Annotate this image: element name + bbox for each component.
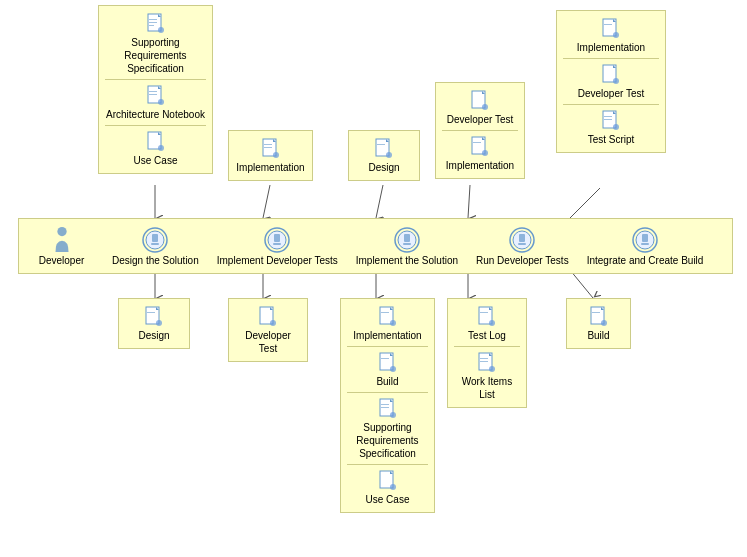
svg-point-28 <box>273 152 279 158</box>
supporting-req-spec-item: Supporting Requirements Specification <box>105 12 206 75</box>
svg-point-20 <box>158 99 164 105</box>
svg-point-76 <box>156 320 162 326</box>
svg-point-104 <box>489 366 495 372</box>
top-devtest-outer-label: Developer Test <box>578 87 645 100</box>
test-script-label: Test Script <box>588 133 635 146</box>
svg-point-51 <box>613 124 619 130</box>
svg-rect-98 <box>480 312 488 313</box>
svg-point-39 <box>482 150 488 156</box>
supporting-req-spec-label: Supporting Requirements Specification <box>105 36 206 75</box>
bottom-design-label: Design <box>138 329 169 342</box>
svg-line-1 <box>263 185 270 218</box>
svg-point-35 <box>482 104 488 110</box>
svg-rect-86 <box>381 358 389 359</box>
process-row: Developer Design the Solution Implement … <box>18 218 733 274</box>
bottom-devtest-item: Developer Test <box>235 305 301 355</box>
bottom-srs-item: Supporting Requirements Specification <box>347 397 428 460</box>
top-impl1-label: Implementation <box>236 161 304 174</box>
svg-rect-64 <box>403 243 411 245</box>
top-impl-inner-label: Implementation <box>446 159 514 172</box>
testlog-label: Test Log <box>468 329 506 342</box>
svg-rect-71 <box>642 234 648 242</box>
workitemslist-item: Work Items List <box>454 351 520 401</box>
test-script-item: Test Script <box>563 109 659 146</box>
top-devtest-inner-label: Developer Test <box>447 113 514 126</box>
bottom-build-inner-label: Build <box>376 375 398 388</box>
top-impl-inner-item: Implementation <box>442 135 518 172</box>
svg-rect-14 <box>149 25 154 26</box>
testlog-item: Test Log <box>454 305 520 342</box>
bottom-build-inner-item: Build <box>347 351 428 388</box>
svg-rect-50 <box>604 119 612 120</box>
svg-point-108 <box>601 320 607 326</box>
bottom-design-item: Design <box>125 305 183 342</box>
svg-rect-103 <box>480 361 488 362</box>
implement-dev-tests-item: Implement Developer Tests <box>217 226 338 267</box>
design-solution-item: Design the Solution <box>112 226 199 267</box>
use-case-top-item: Use Case <box>105 130 206 167</box>
svg-rect-31 <box>377 144 385 145</box>
implement-solution-label: Implement the Solution <box>356 254 458 267</box>
svg-rect-63 <box>404 234 410 242</box>
svg-rect-18 <box>149 91 157 92</box>
bottom-testlog-box: Test Log Work Items List <box>447 298 527 408</box>
top-design-box: Design <box>348 130 420 181</box>
svg-rect-13 <box>149 22 157 23</box>
bottom-devtest-box: Developer Test <box>228 298 308 362</box>
diagram-container: Supporting Requirements Specification Ar… <box>0 0 747 557</box>
svg-rect-82 <box>381 312 389 313</box>
top-devtest-outer-item: Developer Test <box>563 63 659 100</box>
svg-rect-91 <box>381 407 389 408</box>
bottom-build-label: Build <box>587 329 609 342</box>
svg-point-52 <box>57 226 66 235</box>
svg-point-95 <box>390 484 396 490</box>
bottom-usecase-item: Use Case <box>347 469 428 506</box>
integrate-create-build-label: Integrate and Create Build <box>587 254 704 267</box>
bottom-devtest-label: Developer Test <box>235 329 301 355</box>
svg-point-46 <box>613 78 619 84</box>
developer-label: Developer <box>39 254 85 267</box>
bottom-build-item: Build <box>573 305 624 342</box>
svg-line-3 <box>468 185 470 218</box>
svg-line-9 <box>570 270 593 298</box>
top-right-outer-box: Implementation Developer Test Test Scrip… <box>556 10 666 153</box>
run-dev-tests-item: Run Developer Tests <box>476 226 569 267</box>
arch-notebook-item: Architecture Notebook <box>105 84 206 121</box>
svg-point-83 <box>390 320 396 326</box>
arch-notebook-label: Architecture Notebook <box>106 108 205 121</box>
svg-rect-26 <box>264 144 272 145</box>
bottom-build-box: Build <box>566 298 631 349</box>
svg-rect-60 <box>273 243 281 245</box>
developer-process-item: Developer <box>29 226 94 267</box>
svg-rect-59 <box>274 234 280 242</box>
top-left-box: Supporting Requirements Specification Ar… <box>98 5 213 174</box>
svg-point-43 <box>613 32 619 38</box>
implement-dev-tests-label: Implement Developer Tests <box>217 254 338 267</box>
design-solution-label: Design the Solution <box>112 254 199 267</box>
svg-rect-72 <box>641 243 649 245</box>
run-dev-tests-label: Run Developer Tests <box>476 254 569 267</box>
bottom-design-box: Design <box>118 298 190 349</box>
bottom-srs-label: Supporting Requirements Specification <box>347 421 428 460</box>
top-devtest-inner-item: Developer Test <box>442 89 518 126</box>
bottom-impl-box: Implementation Build Supporting Requirem… <box>340 298 435 513</box>
svg-rect-67 <box>519 234 525 242</box>
svg-rect-19 <box>149 94 157 95</box>
svg-rect-55 <box>152 234 158 242</box>
svg-point-92 <box>390 412 396 418</box>
top-impl1-item: Implementation <box>235 137 306 174</box>
svg-rect-12 <box>149 19 157 20</box>
svg-point-87 <box>390 366 396 372</box>
svg-rect-49 <box>604 116 612 117</box>
svg-rect-107 <box>592 312 600 313</box>
svg-rect-102 <box>480 358 488 359</box>
svg-point-79 <box>270 320 276 326</box>
svg-rect-38 <box>473 142 481 143</box>
use-case-top-label: Use Case <box>134 154 178 167</box>
top-impl-outer-label: Implementation <box>577 41 645 54</box>
svg-rect-42 <box>604 24 612 25</box>
svg-rect-75 <box>147 312 155 313</box>
svg-rect-27 <box>264 147 272 148</box>
top-right-inner-box: Developer Test Implementation <box>435 82 525 179</box>
svg-line-4 <box>570 188 600 218</box>
